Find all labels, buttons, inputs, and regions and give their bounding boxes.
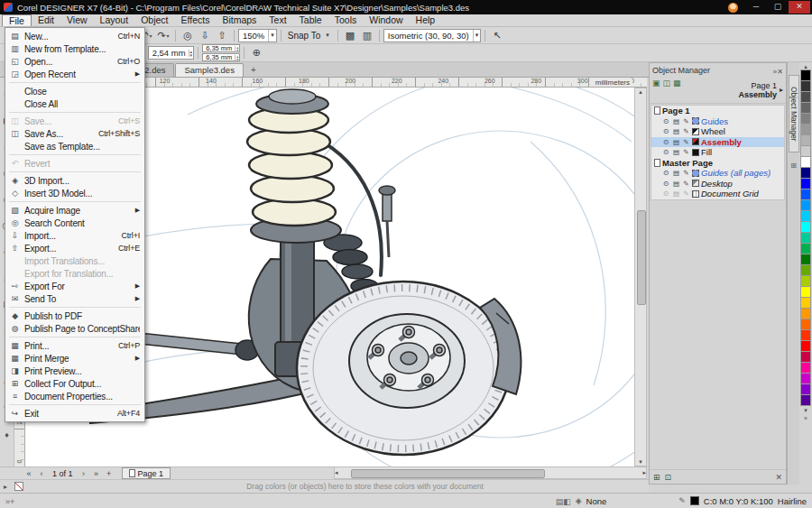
menubar-item-layout[interactable]: Layout bbox=[94, 14, 135, 26]
file-menu-item-document-properties[interactable]: ≡Document Properties... bbox=[5, 390, 144, 402]
edit-pencil-icon[interactable]: ✎ bbox=[682, 117, 690, 125]
printer-icon[interactable]: ▤ bbox=[672, 117, 680, 125]
file-menu-item-export[interactable]: ⇧Export...Ctrl+E bbox=[5, 242, 144, 254]
edit-pencil-icon[interactable]: ✎ bbox=[682, 169, 690, 177]
spinner-icon[interactable]: ▴▾ bbox=[235, 46, 239, 51]
tree-layer-row-wheel[interactable]: ⊙▤✎Wheel bbox=[651, 126, 784, 137]
cursor-position-icon[interactable]: + bbox=[10, 497, 14, 506]
file-menu-item-print-preview[interactable]: ◨Print Preview... bbox=[5, 365, 144, 377]
scroll-up-icon[interactable]: ▴ bbox=[639, 88, 642, 96]
edit-pencil-icon[interactable]: ✎ bbox=[682, 148, 690, 156]
tree-page-row-master-page[interactable]: Master Page bbox=[651, 158, 784, 169]
add-page-button[interactable]: + bbox=[104, 469, 115, 478]
horizontal-scroll-thumb[interactable] bbox=[351, 469, 545, 478]
outline-tool[interactable]: ♦ bbox=[0, 421, 14, 448]
visibility-eye-icon[interactable]: ⊙ bbox=[662, 148, 670, 156]
no-color-swatch[interactable] bbox=[14, 482, 23, 491]
file-menu-item-new-from-template[interactable]: ▥New from Template... bbox=[5, 42, 144, 55]
file-menu-item-close[interactable]: Close bbox=[5, 85, 144, 97]
menubar-item-bitmaps[interactable]: Bitmaps bbox=[216, 14, 263, 26]
spinner-icon[interactable]: ▴▾ bbox=[189, 50, 194, 57]
tree-layer-row-guides-all-pages[interactable]: ⊙▤✎Guides (all pages) bbox=[651, 168, 784, 179]
tree-layer-row-desktop[interactable]: ⊙▤✎Desktop bbox=[651, 179, 784, 189]
docked-panel-icon[interactable]: ⊞ bbox=[788, 162, 799, 170]
tree-page-row-page-1[interactable]: Page 1 bbox=[651, 106, 784, 116]
tree-layer-row-fill[interactable]: ⊙▤✎Fill bbox=[651, 147, 784, 158]
first-page-button[interactable]: « bbox=[23, 469, 34, 478]
maximize-button[interactable]: ▢ bbox=[767, 1, 789, 14]
menubar-item-view[interactable]: View bbox=[60, 14, 94, 26]
spinner-icon[interactable]: ▴▾ bbox=[235, 55, 239, 60]
menubar-item-text[interactable]: Text bbox=[263, 14, 292, 26]
redo-button[interactable]: ↷▾ bbox=[155, 28, 171, 42]
visibility-eye-icon[interactable]: ⊙ bbox=[662, 180, 670, 188]
edit-pencil-icon[interactable]: ✎ bbox=[682, 127, 690, 135]
file-menu-item-search-content[interactable]: ◎Search Content bbox=[5, 217, 144, 229]
file-menu-item-save-as-template[interactable]: Save as Template... bbox=[5, 140, 144, 152]
visibility-eye-icon[interactable]: ⊙ bbox=[662, 169, 670, 177]
file-menu-item-publish-page-to-conceptshare[interactable]: ◍Publish Page to ConceptShare... bbox=[5, 322, 144, 335]
file-menu-item-new[interactable]: ▤New...Ctrl+N bbox=[5, 30, 144, 42]
tree-layer-row-guides[interactable]: ⊙▤✎Guides bbox=[651, 116, 784, 127]
menubar-item-edit[interactable]: Edit bbox=[32, 14, 60, 26]
minimize-button[interactable]: ─ bbox=[745, 1, 767, 14]
show-object-properties-icon[interactable]: ▣ bbox=[652, 79, 660, 88]
menubar-item-window[interactable]: Window bbox=[363, 14, 409, 26]
visibility-eye-icon[interactable]: ⊙ bbox=[662, 127, 670, 135]
tree-layer-row-assembly[interactable]: ⊙▤✎Assembly bbox=[651, 137, 784, 148]
menubar-item-tools[interactable]: Tools bbox=[328, 14, 364, 26]
horizontal-scrollbar[interactable]: ◂ ▸ bbox=[334, 466, 647, 479]
edit-across-layers-icon[interactable]: ◫ bbox=[663, 79, 671, 88]
menubar-item-help[interactable]: Help bbox=[410, 14, 442, 26]
file-menu-item-3d-import[interactable]: ◈3D Import... bbox=[5, 174, 144, 187]
menubar-item-object[interactable]: Object bbox=[134, 14, 174, 26]
scroll-down-icon[interactable]: ▾ bbox=[639, 458, 642, 466]
close-button[interactable]: ✕ bbox=[789, 1, 810, 14]
visibility-eye-icon[interactable]: ⊙ bbox=[662, 138, 670, 146]
last-page-button[interactable]: » bbox=[91, 469, 102, 478]
menubar-item-effects[interactable]: Effects bbox=[174, 14, 216, 26]
document-tab-sample3-des[interactable]: Sample3.des bbox=[175, 63, 243, 77]
menubar-item-file[interactable]: File bbox=[2, 14, 32, 26]
file-menu-item-exit[interactable]: ↪ExitAlt+F4 bbox=[5, 407, 144, 420]
file-menu-item-export-for[interactable]: ⇨Export For▶ bbox=[5, 280, 144, 292]
menubar-item-table[interactable]: Table bbox=[293, 14, 328, 26]
printer-icon[interactable]: ▤ bbox=[672, 148, 680, 156]
scroll-left-icon[interactable]: ◂ bbox=[335, 469, 338, 476]
file-menu-item-send-to[interactable]: ✉Send To▶ bbox=[5, 292, 144, 305]
file-menu-item-import[interactable]: ⇩Import...Ctrl+I bbox=[5, 229, 144, 242]
gravity-snapping-button[interactable]: ▩ bbox=[342, 28, 358, 42]
file-menu-item-acquire-image[interactable]: ▧Acquire Image▶ bbox=[5, 204, 144, 217]
alignment-guides-button[interactable]: ▥ bbox=[359, 28, 375, 42]
printer-icon[interactable]: ▤ bbox=[672, 189, 680, 198]
tree-layer-row-document-grid[interactable]: ⊙▤✎Document Grid bbox=[651, 189, 784, 199]
file-menu-item-open-recent[interactable]: ◲Open Recent▶ bbox=[5, 68, 144, 80]
scroll-right-icon[interactable]: ▸ bbox=[642, 469, 646, 476]
vertical-scrollbar[interactable]: ▴ ▾ bbox=[634, 88, 647, 466]
palette-flyout-icon[interactable]: ▸ bbox=[4, 483, 7, 491]
file-menu-item-print[interactable]: ▦Print...Ctrl+P bbox=[5, 339, 144, 352]
layer-manager-view-icon[interactable]: ▦ bbox=[673, 79, 681, 88]
next-page-button[interactable]: › bbox=[78, 469, 89, 478]
projected-axes-dropdown[interactable]: Isometric (30, 90, 30)▾ bbox=[383, 29, 481, 42]
vertical-scroll-thumb[interactable] bbox=[637, 210, 646, 305]
zoom-levels-dropdown[interactable]: 150%▾ bbox=[238, 29, 277, 42]
file-menu-item-open[interactable]: ◱Open...Ctrl+O bbox=[5, 55, 144, 68]
file-menu-item-collect-for-output[interactable]: ⊞Collect For Output... bbox=[5, 377, 144, 390]
new-layer-icon[interactable]: ⊞ bbox=[653, 473, 660, 482]
palette-expand-icon[interactable]: » bbox=[804, 414, 807, 422]
printer-icon[interactable]: ▤ bbox=[672, 127, 680, 135]
printer-icon[interactable]: ▤ bbox=[672, 169, 680, 177]
new-tab-button[interactable]: + bbox=[247, 65, 260, 77]
tab-object-manager[interactable]: Object Manager bbox=[789, 75, 799, 152]
export-button[interactable]: ⇧ bbox=[214, 28, 230, 42]
visibility-eye-icon[interactable]: ⊙ bbox=[662, 117, 670, 125]
delete-layer-icon[interactable]: ✕ bbox=[775, 473, 782, 482]
new-master-layer-icon[interactable]: ⊡ bbox=[665, 473, 672, 482]
color-swatch[interactable] bbox=[800, 394, 811, 406]
edit-pencil-icon[interactable]: ✎ bbox=[682, 180, 690, 188]
snap-to-dropdown[interactable]: Snap To▾ bbox=[285, 28, 334, 42]
edit-pencil-icon[interactable]: ✎ bbox=[682, 189, 690, 198]
duplicate-distance-x-input[interactable]: 6,35 mm▴▾ bbox=[202, 44, 240, 52]
prev-page-button[interactable]: ‹ bbox=[36, 469, 47, 478]
